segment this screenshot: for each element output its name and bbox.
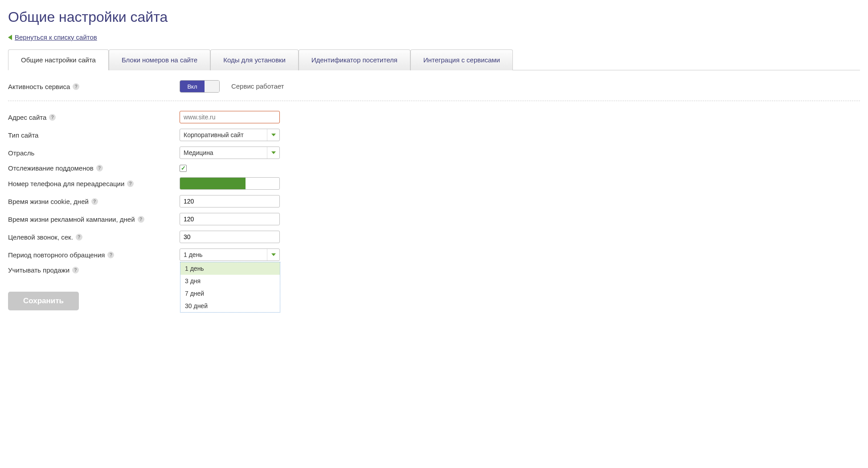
chevron-down-icon <box>267 129 279 141</box>
row-campaign: Время жизни рекламной кампании, дней ? <box>8 213 860 225</box>
help-icon[interactable]: ? <box>96 165 103 171</box>
target-call-input[interactable] <box>180 231 280 243</box>
status-text: Сервис работает <box>231 82 284 90</box>
site-address-label: Адрес сайта <box>8 114 46 121</box>
cookie-label: Время жизни cookie, дней <box>8 198 89 205</box>
site-address-input[interactable] <box>180 111 280 123</box>
phone-label: Номер телефона для переадресации <box>8 180 124 187</box>
repeat-option[interactable]: 3 дня <box>180 275 280 287</box>
divider <box>8 101 860 101</box>
help-icon[interactable]: ? <box>91 198 98 205</box>
tab-integrations[interactable]: Интеграция с сервисами <box>410 49 513 70</box>
cookie-input[interactable] <box>180 195 280 208</box>
help-icon[interactable]: ? <box>73 83 79 90</box>
sales-label: Учитывать продажи <box>8 266 70 274</box>
arrow-left-icon <box>8 35 12 40</box>
row-phone: Номер телефона для переадресации ? <box>8 177 860 190</box>
row-site-address: Адрес сайта ? <box>8 111 860 123</box>
target-call-label: Целевой звонок, сек. <box>8 233 73 241</box>
site-type-value: Корпоративный сайт <box>180 129 267 141</box>
industry-select[interactable]: Медицина <box>180 147 280 159</box>
row-industry: Отрасль Медицина <box>8 147 860 159</box>
repeat-label: Период повторного обращения <box>8 251 105 259</box>
row-site-type: Тип сайта Корпоративный сайт <box>8 129 860 141</box>
activity-toggle[interactable]: Вкл <box>180 80 220 93</box>
toggle-on-label: Вкл <box>180 81 205 92</box>
row-cookie: Время жизни cookie, дней ? <box>8 195 860 208</box>
campaign-label: Время жизни рекламной кампании, дней <box>8 216 135 223</box>
repeat-option[interactable]: 30 дней <box>180 300 280 312</box>
repeat-select[interactable]: 1 день 1 день 3 дня 7 дней 30 дней <box>180 248 280 261</box>
tab-install-codes[interactable]: Коды для установки <box>210 49 299 70</box>
toggle-off-knob <box>205 81 219 92</box>
site-type-select[interactable]: Корпоративный сайт <box>180 129 280 141</box>
phone-input[interactable] <box>180 177 280 190</box>
industry-label: Отрасль <box>8 149 34 157</box>
help-icon[interactable]: ? <box>138 216 144 223</box>
row-repeat: Период повторного обращения ? 1 день 1 д… <box>8 248 860 261</box>
back-link-text[interactable]: Вернуться к списку сайтов <box>15 33 97 41</box>
tabs-container: Общие настройки сайта Блоки номеров на с… <box>8 49 860 70</box>
back-link[interactable]: Вернуться к списку сайтов <box>8 33 860 41</box>
chevron-down-icon <box>267 249 279 260</box>
help-icon[interactable]: ? <box>76 234 82 240</box>
repeat-value: 1 день <box>180 249 267 260</box>
chevron-down-icon <box>267 147 279 159</box>
repeat-dropdown: 1 день 3 дня 7 дней 30 дней <box>180 262 280 313</box>
help-icon[interactable]: ? <box>127 180 134 187</box>
subdomain-checkbox[interactable]: ✓ <box>180 165 187 172</box>
repeat-option[interactable]: 7 дней <box>180 287 280 300</box>
tab-visitor-id[interactable]: Идентификатор посетителя <box>299 49 410 70</box>
row-activity: Активность сервиса ? Вкл Сервис работает <box>8 80 860 93</box>
page-title: Общие настройки сайта <box>8 9 860 25</box>
tab-number-blocks[interactable]: Блоки номеров на сайте <box>109 49 210 70</box>
phone-fill <box>180 178 246 189</box>
row-sales: Учитывать продажи ? <box>8 266 860 274</box>
row-target-call: Целевой звонок, сек. ? <box>8 231 860 243</box>
save-button[interactable]: Сохранить <box>8 292 79 310</box>
tab-general[interactable]: Общие настройки сайта <box>8 49 109 70</box>
help-icon[interactable]: ? <box>72 267 79 273</box>
help-icon[interactable]: ? <box>107 252 114 258</box>
industry-value: Медицина <box>180 147 267 159</box>
repeat-option[interactable]: 1 день <box>180 262 280 275</box>
help-icon[interactable]: ? <box>49 114 56 121</box>
campaign-input[interactable] <box>180 213 280 225</box>
subdomain-label: Отслеживание поддоменов <box>8 164 94 172</box>
row-subdomain: Отслеживание поддоменов ? ✓ <box>8 164 860 172</box>
site-type-label: Тип сайта <box>8 131 38 139</box>
activity-label: Активность сервиса <box>8 83 70 90</box>
